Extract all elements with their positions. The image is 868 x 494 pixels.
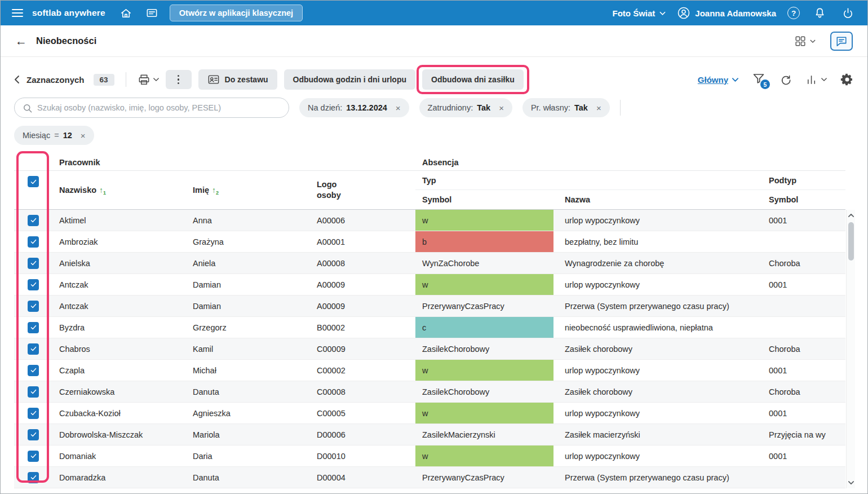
cell-typ-symbol: WynZaChorobe [415, 253, 553, 274]
column-header-nazwa[interactable]: Nazwa [558, 190, 762, 209]
table-row[interactable]: Chabros Kamil C00009 ZasilekChorobowy Za… [14, 338, 845, 360]
cell-logo-osoby: D00004 [310, 473, 415, 482]
app-brand: softlab anywhere [32, 8, 105, 18]
column-header-typ[interactable]: Typ [415, 171, 762, 190]
column-header-podtyp[interactable]: Podtyp [762, 171, 845, 190]
cell-podtyp-symbol: 0001 [762, 366, 845, 375]
settings-button[interactable] [840, 73, 854, 86]
refresh-icon [779, 73, 792, 86]
column-header-imie[interactable]: Imię ↑2 [186, 171, 310, 209]
back-button[interactable]: ← [15, 35, 27, 47]
cell-logo-osoby: D00010 [310, 452, 415, 461]
column-header-nazwisko[interactable]: Nazwisko ↑1 [52, 171, 186, 209]
view-selector[interactable]: Główny [698, 75, 738, 85]
chip-label: Zatrudniony: [428, 103, 473, 112]
search-box [14, 98, 289, 118]
row-checkbox[interactable] [28, 258, 39, 269]
chart-view-button[interactable] [805, 73, 827, 86]
cell-nazwisko: Czerniakowska [52, 387, 186, 396]
table-row[interactable]: Czerniakowska Danuta C00008 ZasilekChoro… [14, 381, 845, 403]
sort-asc-icon: ↑2 [212, 186, 219, 194]
scrollbar-thumb[interactable] [848, 222, 854, 261]
help-button[interactable]: ? [787, 7, 800, 19]
open-classic-app-button[interactable]: Otwórz w aplikacji klasycznej [170, 5, 303, 21]
home-button[interactable] [118, 5, 135, 21]
cell-nazwisko: Dobrowolska-Miszczak [52, 430, 186, 439]
column-header-podtyp-symbol[interactable]: Symbol [762, 190, 845, 209]
search-input[interactable] [15, 98, 289, 117]
row-checkbox[interactable] [28, 408, 39, 419]
chip-close-icon[interactable]: × [499, 103, 504, 113]
cell-imie: Daria [186, 452, 310, 461]
feedback-chat-button[interactable] [830, 32, 853, 51]
table-row[interactable]: Antczak Damian A00009 PrzerywanyCzasPrac… [14, 295, 845, 317]
cell-nazwisko: Ambroziak [52, 237, 186, 246]
scroll-down-arrow[interactable] [847, 478, 856, 487]
row-checkbox[interactable] [28, 343, 39, 355]
select-all-checkbox[interactable] [28, 176, 39, 187]
cell-nazwa: urlop wypoczynkowy [558, 409, 762, 418]
toolbar: Zaznaczonych 63 Do zestawu Odbudowa godz… [14, 68, 854, 91]
layout-switcher[interactable] [794, 35, 816, 47]
company-selector[interactable]: Foto Świat [613, 8, 666, 18]
table-row[interactable]: Anielska Aniela A00008 WynZaChorobe Wyna… [14, 253, 845, 274]
filter-chip-pr-wlasny[interactable]: Pr. własny: Tak × [522, 98, 610, 117]
column-label: Nazwisko [59, 186, 96, 195]
table-row[interactable]: Domaniak Daria D00010 w urlop wypoczynko… [14, 446, 845, 467]
news-board-button[interactable] [144, 5, 161, 21]
row-checkbox[interactable] [28, 279, 39, 290]
print-button[interactable] [138, 73, 159, 86]
chat-icon [835, 36, 848, 47]
check-icon [30, 259, 37, 267]
table-row[interactable]: Ambroziak Grażyna A00001 b bezpłatny, be… [14, 231, 845, 253]
page-header: ← Nieobecności [1, 25, 867, 57]
row-checkbox[interactable] [28, 322, 39, 333]
filter-chip-zatrudniony[interactable]: Zatrudniony: Tak × [419, 98, 512, 117]
rebuild-allowance-button[interactable]: Odbudowa dni zasiłku [422, 69, 524, 90]
sort-asc-icon: ↑1 [99, 186, 106, 194]
row-checkbox[interactable] [28, 451, 39, 462]
selected-label: Zaznaczonych [26, 75, 85, 85]
row-checkbox[interactable] [28, 386, 39, 398]
hamburger-menu-icon[interactable] [12, 9, 23, 17]
filter-chip-na-dzien[interactable]: Na dzień: 13.12.2024 × [299, 98, 409, 117]
row-checkbox[interactable] [28, 365, 39, 376]
vertical-scrollbar[interactable] [846, 210, 855, 488]
table-row[interactable]: Antczak Damian A00009 w urlop wypoczynko… [14, 274, 845, 295]
table-row[interactable]: Czubacka-Kozioł Agnieszka C00005 w urlop… [14, 403, 845, 424]
row-checkbox[interactable] [28, 301, 39, 312]
header-group-spacer [14, 154, 52, 171]
table-row[interactable]: Dobrowolska-Miszczak Mariola D00006 Zasi… [14, 424, 845, 446]
cell-typ-symbol: ZasilekMacierzynski [415, 424, 553, 445]
table-row[interactable]: Aktimel Anna A00006 w urlop wypoczynkowy… [14, 210, 845, 231]
chip-close-icon[interactable]: × [81, 131, 86, 140]
row-checkbox[interactable] [28, 472, 39, 483]
column-header-logo-osoby[interactable]: Logo osoby [310, 171, 415, 209]
cell-podtyp-symbol: 0001 [762, 452, 845, 461]
row-checkbox[interactable] [28, 429, 39, 440]
row-checkbox[interactable] [28, 215, 39, 226]
cell-imie: Kamil [186, 345, 310, 354]
table-row[interactable]: Domaradzka Danuta D00004 PrzerywanyCzasP… [14, 467, 845, 488]
table-row[interactable]: Czapla Michał C00002 w urlop wypoczynkow… [14, 360, 845, 381]
chevron-down-icon [810, 39, 816, 43]
check-icon [30, 238, 37, 245]
more-actions-button[interactable] [166, 70, 192, 89]
scroll-up-arrow[interactable] [847, 211, 856, 220]
chip-close-icon[interactable]: × [596, 103, 601, 113]
row-checkbox[interactable] [28, 236, 39, 248]
refresh-button[interactable] [779, 73, 792, 86]
notifications-button[interactable] [811, 5, 828, 21]
column-header-symbol[interactable]: Symbol [415, 190, 558, 209]
user-menu[interactable]: Joanna Adamowska [677, 6, 776, 20]
logout-button[interactable] [839, 5, 856, 21]
table-row[interactable]: Byzdra Grzegorz B00002 c nieobecność usp… [14, 317, 845, 338]
check-icon [30, 474, 37, 481]
collapse-selection-button[interactable] [14, 75, 20, 84]
rebuild-hours-button[interactable]: Odbudowa godzin i dni urlopu [284, 69, 415, 90]
do-zestawu-button[interactable]: Do zestawu [198, 69, 277, 90]
chip-close-icon[interactable]: × [396, 103, 401, 113]
filters-button[interactable]: 5 [752, 72, 765, 87]
filter-chip-miesiac[interactable]: Miesiąc = 12 × [14, 126, 94, 145]
cell-logo-osoby: A00006 [310, 216, 415, 225]
